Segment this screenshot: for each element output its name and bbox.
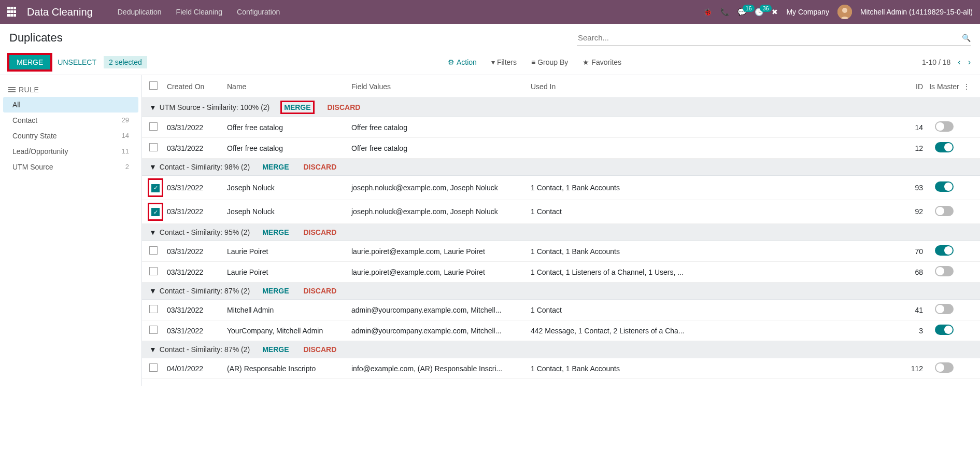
- search-input[interactable]: [577, 30, 962, 45]
- phone-icon[interactable]: 📞: [720, 8, 729, 16]
- caret-down-icon[interactable]: ▼: [149, 228, 157, 236]
- merge-button[interactable]: MERGE: [9, 55, 50, 69]
- table-row[interactable]: 03/31/2022YourCompany, Mitchell Adminadm…: [142, 320, 980, 341]
- cell-field-values: info@example.com, (AR) Responsable Inscr…: [351, 364, 531, 373]
- nav-deduplication[interactable]: Deduplication: [118, 8, 162, 16]
- cell-created: 03/31/2022: [167, 123, 227, 132]
- nav-configuration[interactable]: Configuration: [237, 8, 280, 16]
- select-all-checkbox[interactable]: [149, 81, 158, 90]
- pager-prev[interactable]: ‹: [958, 58, 960, 67]
- master-toggle[interactable]: ✕: [935, 362, 954, 373]
- group-merge-button[interactable]: MERGE: [282, 102, 313, 113]
- cell-id: 41: [898, 306, 923, 314]
- bug-icon[interactable]: 🐞: [703, 8, 712, 16]
- col-is-master[interactable]: Is Master: [923, 82, 960, 91]
- group-discard-button[interactable]: DISCARD: [303, 163, 336, 171]
- company-switcher[interactable]: My Company: [786, 8, 829, 16]
- tools-icon[interactable]: ✖: [772, 8, 778, 16]
- groupby-menu[interactable]: ≡ Group By: [531, 58, 568, 66]
- master-toggle[interactable]: ✓: [935, 325, 954, 335]
- row-checkbox[interactable]: [149, 267, 158, 275]
- pager-text[interactable]: 1-10 / 18: [922, 58, 950, 66]
- caret-down-icon[interactable]: ▼: [149, 287, 157, 295]
- sidebar-item-label: All: [12, 101, 21, 109]
- table-row[interactable]: 03/31/2022Offer free catalogOffer free c…: [142, 138, 980, 159]
- row-checkbox[interactable]: [149, 363, 158, 372]
- col-name[interactable]: Name: [227, 82, 351, 91]
- group-merge-button[interactable]: MERGE: [262, 287, 289, 295]
- cell-name: Laurie Poiret: [227, 247, 351, 256]
- group-header[interactable]: ▼ Contact - Similarity: 98% (2)MERGEDISC…: [142, 159, 980, 176]
- search-bar[interactable]: 🔍: [577, 30, 971, 46]
- table-row[interactable]: ✓03/31/2022Joseph Noluckjoseph.noluck@ex…: [142, 200, 980, 225]
- cell-used-in: 1 Contact, 1 Bank Accounts: [531, 364, 898, 373]
- group-discard-button[interactable]: DISCARD: [303, 287, 336, 295]
- col-id[interactable]: ID: [898, 82, 923, 91]
- apps-icon[interactable]: [7, 7, 18, 17]
- search-icon[interactable]: 🔍: [962, 34, 971, 42]
- cell-used-in: 442 Message, 1 Contact, 2 Listeners of a…: [531, 327, 898, 335]
- sidebar-item[interactable]: Country State14: [3, 128, 138, 144]
- master-toggle[interactable]: ✓: [935, 181, 954, 192]
- table-row[interactable]: ✓03/31/2022Joseph Noluckjoseph.noluck@ex…: [142, 176, 980, 200]
- master-toggle[interactable]: ✕: [935, 121, 954, 132]
- filters-menu[interactable]: ▾ Filters: [491, 58, 517, 66]
- row-checkbox[interactable]: [149, 326, 158, 334]
- cell-name: Joseph Noluck: [227, 207, 351, 216]
- master-toggle[interactable]: ✕: [935, 206, 954, 216]
- col-field-values[interactable]: Field Values: [351, 82, 531, 91]
- group-merge-button[interactable]: MERGE: [262, 163, 289, 171]
- gear-icon: ⚙: [448, 58, 455, 66]
- row-checkbox[interactable]: [149, 246, 158, 255]
- master-toggle[interactable]: ✓: [935, 245, 954, 256]
- cell-id: 93: [898, 184, 923, 192]
- group-discard-button[interactable]: DISCARD: [303, 228, 336, 236]
- group-header[interactable]: ▼ Contact - Similarity: 95% (2)MERGEDISC…: [142, 224, 980, 241]
- nav-field-cleaning[interactable]: Field Cleaning: [176, 8, 223, 16]
- user-menu[interactable]: Mitchell Admin (14119829-15-0-all): [860, 8, 973, 16]
- col-created[interactable]: Created On: [167, 82, 227, 91]
- sidebar-item[interactable]: Contact29: [3, 113, 138, 128]
- favorites-menu[interactable]: ★ Favorites: [583, 58, 621, 66]
- master-toggle[interactable]: ✕: [935, 304, 954, 314]
- cell-created: 03/31/2022: [167, 184, 227, 192]
- table-row[interactable]: 03/31/2022Mitchell Adminadmin@yourcompan…: [142, 300, 980, 320]
- avatar[interactable]: [837, 5, 852, 19]
- row-checkbox[interactable]: [149, 305, 158, 313]
- group-header[interactable]: ▼ Contact - Similarity: 87% (2)MERGEDISC…: [142, 341, 980, 358]
- activities-icon[interactable]: 🕒36: [755, 8, 763, 16]
- group-header[interactable]: ▼ Contact - Similarity: 87% (2)MERGEDISC…: [142, 283, 980, 300]
- table-row[interactable]: 03/31/2022Laurie Poiretlaurie.poiret@exa…: [142, 241, 980, 262]
- cell-name: (AR) Responsable Inscripto: [227, 364, 351, 373]
- hamburger-icon[interactable]: [8, 87, 16, 92]
- table-row[interactable]: 04/01/2022(AR) Responsable Inscriptoinfo…: [142, 358, 980, 379]
- col-used-in[interactable]: Used In: [531, 82, 898, 91]
- cell-used-in: 1 Contact: [531, 306, 898, 314]
- row-checkbox[interactable]: ✓: [151, 208, 160, 216]
- sidebar-item[interactable]: All: [3, 97, 138, 113]
- caret-down-icon[interactable]: ▼: [149, 163, 157, 171]
- caret-down-icon[interactable]: ▼: [149, 103, 157, 111]
- master-toggle[interactable]: ✕: [935, 266, 954, 276]
- cell-name: Mitchell Admin: [227, 306, 351, 314]
- table-row[interactable]: 03/31/2022Laurie Poiretlaurie.poiret@exa…: [142, 262, 980, 283]
- row-checkbox[interactable]: [149, 122, 158, 131]
- group-discard-button[interactable]: DISCARD: [328, 103, 361, 111]
- group-discard-button[interactable]: DISCARD: [303, 345, 336, 354]
- sidebar-item[interactable]: UTM Source2: [3, 159, 138, 175]
- col-options-icon[interactable]: ⋮: [960, 82, 973, 91]
- master-toggle[interactable]: ✓: [935, 142, 954, 152]
- table-row[interactable]: 03/31/2022Offer free catalogOffer free c…: [142, 117, 980, 138]
- group-merge-button[interactable]: MERGE: [262, 345, 289, 354]
- group-merge-button[interactable]: MERGE: [262, 228, 289, 236]
- pager-next[interactable]: ›: [968, 58, 971, 67]
- app-title[interactable]: Data Cleaning: [27, 6, 93, 18]
- sidebar-item[interactable]: Lead/Opportunity11: [3, 144, 138, 159]
- messages-icon[interactable]: 💬16: [737, 8, 746, 16]
- group-header[interactable]: ▼ UTM Source - Similarity: 100% (2)MERGE…: [142, 98, 980, 117]
- row-checkbox[interactable]: [149, 143, 158, 151]
- action-menu[interactable]: ⚙ Action: [448, 58, 477, 66]
- row-checkbox[interactable]: ✓: [151, 184, 160, 192]
- caret-down-icon[interactable]: ▼: [149, 345, 157, 354]
- unselect-button[interactable]: UNSELECT: [58, 58, 96, 66]
